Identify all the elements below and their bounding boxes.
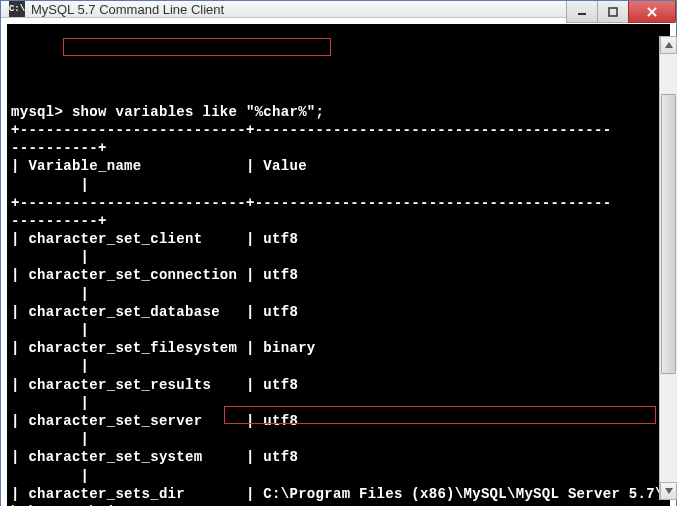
header-tail: | — [11, 177, 89, 193]
close-button[interactable] — [628, 1, 676, 23]
minimize-button[interactable] — [566, 1, 598, 23]
row-value: | C:\Program Files (x86)\MySQL\MySQL Ser… — [246, 486, 670, 502]
row-name: | character_set_database — [11, 304, 237, 320]
table-sep: +--------------------------+------------… — [11, 122, 611, 138]
svg-rect-1 — [609, 8, 617, 16]
vertical-scrollbar[interactable] — [659, 36, 677, 500]
row-value: | utf8 — [246, 413, 298, 429]
row-value: | utf8 — [246, 304, 298, 320]
svg-marker-5 — [665, 488, 673, 494]
table-sep: +--------------------------+------------… — [11, 195, 611, 211]
titlebar[interactable]: C:\ MySQL 5.7 Command Line Client — [1, 1, 676, 18]
scrollbar-thumb[interactable] — [661, 94, 676, 374]
row-name: | character_set_results — [11, 377, 237, 393]
row-name: | character_set_connection — [11, 267, 237, 283]
terminal[interactable]: mysql> show variables like "%char%"; +--… — [7, 24, 670, 506]
svg-marker-4 — [665, 42, 673, 48]
highlight-box-command — [63, 38, 331, 56]
row-tail: | — [11, 468, 89, 484]
window-controls — [567, 1, 676, 23]
row-tail: | — [11, 322, 89, 338]
scroll-down-button[interactable] — [660, 482, 677, 500]
app-window: C:\ MySQL 5.7 Command Line Client mysql>… — [0, 0, 677, 506]
row-name: | character_set_client — [11, 231, 237, 247]
row-value: | utf8 — [246, 449, 298, 465]
row-value: | binary — [246, 340, 316, 356]
scrollbar-track[interactable] — [660, 54, 677, 482]
row-tail: | — [11, 249, 89, 265]
scroll-up-button[interactable] — [660, 36, 677, 54]
terminal-output: mysql> show variables like "%char%"; +--… — [11, 66, 668, 506]
row-tail: | — [11, 431, 89, 447]
window-title: MySQL 5.7 Command Line Client — [31, 2, 224, 17]
header-col1: | Variable_name — [11, 158, 142, 174]
row-name: | character_sets_dir — [11, 486, 237, 502]
row-tail: | — [11, 286, 89, 302]
row-name: | character_set_server — [11, 413, 237, 429]
prompt: mysql> — [11, 104, 63, 120]
window-body: mysql> show variables like "%char%"; +--… — [1, 18, 676, 506]
app-icon: C:\ — [9, 1, 25, 17]
row-value: | utf8 — [246, 377, 298, 393]
row-value: | utf8 — [246, 231, 298, 247]
table-sep-tail: ----------+ — [11, 213, 107, 229]
row-value: | utf8 — [246, 267, 298, 283]
blank-line — [11, 86, 20, 102]
header-col2: | Value — [246, 158, 307, 174]
row-name: | character_set_filesystem — [11, 340, 237, 356]
row-tail: | — [11, 395, 89, 411]
row-tail: | — [11, 358, 89, 374]
command-text: show variables like "%char%"; — [72, 104, 324, 120]
table-sep-tail: ----------+ — [11, 140, 107, 156]
maximize-button[interactable] — [597, 1, 629, 23]
row-name: | character_set_system — [11, 449, 237, 465]
